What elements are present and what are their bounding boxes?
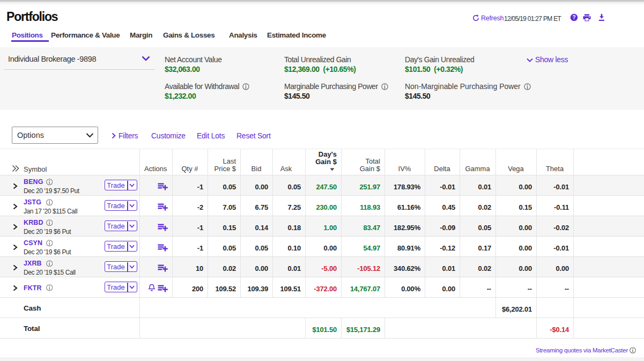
svg-text:?: ? <box>572 14 575 20</box>
